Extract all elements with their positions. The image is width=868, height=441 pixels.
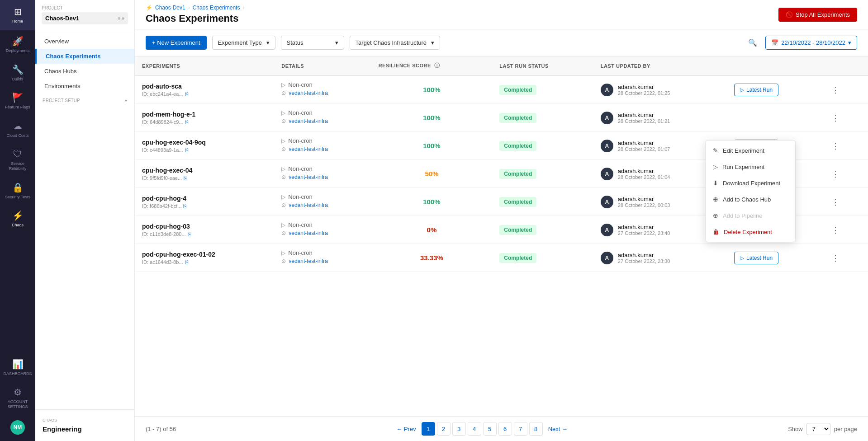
copy-id-icon[interactable]: ⎘ <box>183 203 186 209</box>
infra-link[interactable]: vedant-test-infra <box>289 90 328 96</box>
breadcrumb-project[interactable]: Chaos-Dev1 <box>155 5 185 11</box>
page-8-button[interactable]: 8 <box>529 422 543 436</box>
nav-user-avatar[interactable]: NM <box>0 415 35 441</box>
copy-id-icon[interactable]: ⎘ <box>188 231 191 237</box>
breadcrumb: ⚡ Chaos-Dev1 › Chaos Experiments › <box>146 5 244 11</box>
sidebar-item-chaos-hubs[interactable]: Chaos Hubs <box>35 64 134 79</box>
infra-link[interactable]: vedant-test-infra <box>289 258 328 264</box>
home-icon: ⊞ <box>14 6 22 17</box>
nav-dashboards[interactable]: 📊 DASHBOARDS <box>0 353 35 382</box>
copy-id-icon[interactable]: ⎘ <box>185 147 188 153</box>
resilience-score: 50% <box>425 170 438 178</box>
pagination-bar: (1 - 7) of 56 ← Prev 12345678 Next → Sho… <box>135 416 868 441</box>
page-2-button[interactable]: 2 <box>437 422 451 436</box>
page-1-button[interactable]: 1 <box>422 422 435 436</box>
account-settings-label: ACCOUNT SETTINGS <box>2 399 33 409</box>
nav-account-settings[interactable]: ⚙ ACCOUNT SETTINGS <box>0 381 35 415</box>
sidebar-project-label: Project <box>42 5 128 10</box>
schedule-detail: ▷ Non-cron <box>281 221 364 228</box>
page-5-button[interactable]: 5 <box>483 422 497 436</box>
more-options-button[interactable]: ⋮ <box>828 251 843 265</box>
more-options-button[interactable]: ⋮ <box>828 223 843 237</box>
more-options-button[interactable]: ⋮ <box>828 83 843 97</box>
next-button[interactable]: Next → <box>545 424 571 434</box>
latest-run-button[interactable]: ▷ Latest Run <box>734 252 778 264</box>
target-infra-filter[interactable]: Target Chaos Infrastructure ▾ <box>350 36 440 50</box>
schedule-icon: ▷ <box>281 138 285 144</box>
account-settings-icon: ⚙ <box>14 387 22 398</box>
table-row: pod-mem-hog-e-1 ID: 64d89824-c9... ⎘ ▷ N… <box>135 104 868 132</box>
infra-link[interactable]: vedant-test-infra <box>289 146 328 152</box>
schedule-detail: ▷ Non-cron <box>281 165 364 172</box>
sidebar-project-name[interactable]: Chaos-Dev1 » » <box>42 12 128 24</box>
status-filter[interactable]: Status ▾ <box>281 36 344 50</box>
prev-button[interactable]: ← Prev <box>393 424 419 434</box>
more-options-button[interactable]: ⋮ <box>828 111 843 125</box>
resilience-info-icon[interactable]: ⓘ <box>434 62 440 69</box>
avatar: A <box>601 84 613 96</box>
new-experiment-button[interactable]: + New Experiment <box>146 36 207 50</box>
per-page-select[interactable]: 7 10 25 <box>806 423 830 435</box>
sidebar-item-overview[interactable]: Overview <box>35 34 134 49</box>
resilience-score: 0% <box>427 226 437 234</box>
breadcrumb-chaos-icon: ⚡ <box>146 5 152 11</box>
breadcrumb-section[interactable]: Chaos Experiments <box>193 5 240 11</box>
service-reliability-icon: 🛡 <box>13 149 22 160</box>
infra-link[interactable]: vedant-test-infra <box>289 202 328 208</box>
nav-cloud-costs[interactable]: ☁ Cloud Costs <box>0 115 35 144</box>
nav-service-reliability[interactable]: 🛡 Service Reliability <box>0 144 35 177</box>
more-options-button[interactable]: ⋮ <box>828 139 843 153</box>
copy-id-icon[interactable]: ⎘ <box>184 175 187 181</box>
pagination-controls: ← Prev 12345678 Next → <box>393 422 571 436</box>
nav-deployments[interactable]: 🚀 Deployments <box>0 30 35 59</box>
table-row: pod-auto-sca ID: ebc241a4-ea... ⎘ ▷ Non-… <box>135 75 868 104</box>
deployments-icon: 🚀 <box>12 36 24 47</box>
nav-security-tests[interactable]: 🔒 Security Tests <box>0 177 35 205</box>
pagination-range: (1 - 7) of 56 <box>146 426 176 432</box>
sidebar-project-setup-header[interactable]: PROJECT SETUP ▾ <box>35 94 134 105</box>
user-info: A adarsh.kumar 27 October 2022, 23:40 <box>601 224 720 236</box>
resilience-score: 100% <box>423 198 440 206</box>
user-info: A adarsh.kumar 28 October 2022, 01:21 <box>601 112 720 124</box>
copy-id-icon[interactable]: ⎘ <box>185 119 188 125</box>
context-download-experiment[interactable]: ⬇ Download Experiment <box>706 175 795 191</box>
more-options-button[interactable]: ⋮ <box>828 167 843 181</box>
infra-link[interactable]: vedant-test-infra <box>289 174 328 180</box>
calendar-icon: 📅 <box>771 39 778 46</box>
search-button[interactable]: 🔍 <box>745 36 760 50</box>
sidebar-item-environments[interactable]: Environments <box>35 79 134 94</box>
user-date: 28 October 2022, 00:03 <box>618 202 670 208</box>
sidebar-item-chaos-experiments[interactable]: Chaos Experiments <box>35 49 134 64</box>
copy-id-icon[interactable]: ⎘ <box>185 259 188 265</box>
date-range-picker[interactable]: 📅 22/10/2022 - 28/10/2022 ▾ <box>765 36 857 50</box>
infra-link[interactable]: vedant-test-infra <box>289 230 328 236</box>
experiment-type-filter[interactable]: Experiment Type ▾ <box>212 36 275 50</box>
run-icon: ▷ <box>713 163 718 170</box>
col-actions <box>727 56 821 75</box>
page-3-button[interactable]: 3 <box>452 422 466 436</box>
page-4-button[interactable]: 4 <box>468 422 481 436</box>
context-add-to-chaos-hub[interactable]: ⊕ Add to Chaos Hub <box>706 191 795 207</box>
stop-all-experiments-button[interactable]: 🚫 Stop All Experiments <box>778 8 857 22</box>
context-delete-experiment[interactable]: 🗑 Delete Experiment <box>706 224 795 240</box>
page-7-button[interactable]: 7 <box>514 422 527 436</box>
page-6-button[interactable]: 6 <box>498 422 512 436</box>
experiment-id: ID: 64d89824-c9... ⎘ <box>142 119 267 125</box>
nav-chaos[interactable]: ⚡ Chaos <box>0 205 35 233</box>
context-edit-experiment[interactable]: ✎ Edit Experiment <box>706 142 795 159</box>
nav-home[interactable]: ⊞ Home <box>0 0 35 30</box>
infra-detail: ⊙ vedant-test-infra <box>281 90 364 96</box>
infra-detail: ⊙ vedant-test-infra <box>281 230 364 236</box>
more-options-button[interactable]: ⋮ <box>828 195 843 209</box>
resilience-score: 33.33% <box>420 254 443 262</box>
infra-link[interactable]: vedant-test-infra <box>289 118 328 124</box>
latest-run-button[interactable]: ▷ Latest Run <box>734 84 778 96</box>
nav-builds[interactable]: 🔧 Builds <box>0 59 35 87</box>
service-reliability-label: Service Reliability <box>2 161 33 171</box>
status-badge: Completed <box>499 225 536 235</box>
cloud-costs-label: Cloud Costs <box>6 133 28 138</box>
copy-id-icon[interactable]: ⎘ <box>185 91 188 97</box>
delete-icon: 🗑 <box>713 228 719 235</box>
context-run-experiment[interactable]: ▷ Run Experiment <box>706 159 795 175</box>
nav-feature-flags[interactable]: 🚩 Feature Flags <box>0 87 35 115</box>
